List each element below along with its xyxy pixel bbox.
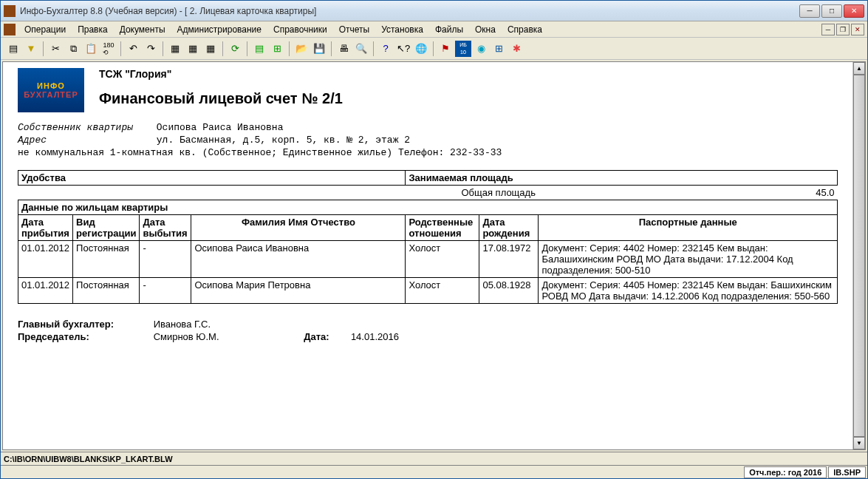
rotate-icon[interactable]: 180⟲ — [100, 41, 117, 57]
cell-regtype: Постоянная — [73, 241, 140, 278]
scroll-up-button[interactable]: ▲ — [853, 62, 865, 75]
save-icon[interactable]: 💾 — [311, 41, 327, 57]
signature-block: Главный бухгалтер: Иванова Г.С. Председа… — [18, 319, 838, 342]
open-icon[interactable]: 📂 — [293, 41, 310, 57]
menu-admin[interactable]: Администрирование — [171, 23, 267, 36]
cell-relation: Холост — [406, 278, 479, 304]
windows-icon[interactable]: ⊞ — [491, 41, 507, 57]
mdi-controls: ─ ❐ ✕ — [821, 24, 864, 35]
col-arrival: Дата прибытия — [18, 215, 73, 241]
preview-icon[interactable]: 🔍 — [353, 41, 369, 57]
new-icon[interactable]: ▤ — [5, 41, 21, 57]
maximize-button[interactable]: □ — [821, 4, 842, 18]
table-row: 01.01.2012 Постоянная - Осипова Раиса Ив… — [18, 241, 838, 278]
date-label: Дата: — [304, 331, 348, 342]
logo: ИНФО БУХГАЛТЕР — [18, 68, 84, 112]
menu-files[interactable]: Файлы — [429, 23, 469, 36]
menu-app-icon[interactable] — [4, 24, 16, 35]
mdi-minimize-button[interactable]: ─ — [821, 24, 835, 35]
cell-birth: 17.08.1972 — [479, 241, 539, 278]
accountant-label: Главный бухгалтер: — [18, 319, 151, 330]
ib10-icon[interactable]: ИБ10 — [455, 41, 471, 57]
apt-line: не коммунальная 1-комнатная кв. (Собстве… — [18, 147, 838, 158]
undo-icon[interactable]: ↶ — [125, 41, 141, 57]
refresh-icon[interactable]: ⟳ — [227, 41, 243, 57]
cell-fio: Осипова Мария Петровна — [191, 278, 406, 304]
scrollbar-thumb[interactable] — [853, 75, 865, 437]
app-icon — [4, 5, 16, 17]
redo-icon[interactable]: ↷ — [143, 41, 159, 57]
vertical-scrollbar[interactable]: ▲ ▼ — [852, 62, 865, 449]
scroll-down-button[interactable]: ▼ — [853, 437, 865, 449]
menu-windows[interactable]: Окна — [469, 23, 502, 36]
print-icon[interactable]: 🖶 — [335, 41, 352, 57]
minimize-button[interactable]: ─ — [799, 4, 820, 18]
flag-icon[interactable]: ⚑ — [437, 41, 454, 57]
cell-arrival: 01.01.2012 — [18, 241, 73, 278]
area-header: Занимаемая площадь — [406, 171, 838, 186]
cell-arrival: 01.01.2012 — [18, 278, 73, 304]
statusbar2: Отч.пер.: год 2016 IB.SHP — [1, 465, 867, 478]
close-button[interactable]: ✕ — [844, 4, 864, 18]
logo-line1: ИНФО — [37, 81, 65, 90]
table-icon[interactable]: ▤ — [251, 41, 267, 57]
date-value: 14.01.2016 — [351, 331, 399, 342]
app-window: Инфо-Бухгалтер 8.8 (Учебная версия) - [ … — [0, 0, 868, 479]
cell-fio: Осипова Раиса Ивановна — [191, 241, 406, 278]
cut-icon[interactable]: ✂ — [47, 41, 64, 57]
menubar: Операции Правка Документы Администрирова… — [1, 21, 867, 38]
globe-icon[interactable]: 🌐 — [413, 41, 429, 57]
total-area-value: 45.0 — [539, 186, 838, 200]
pointer-help-icon[interactable]: ↖? — [395, 41, 411, 57]
menu-setup[interactable]: Установка — [375, 23, 429, 36]
titlebar[interactable]: Инфо-Бухгалтер 8.8 (Учебная версия) - [ … — [1, 1, 867, 21]
paste-icon[interactable]: 📋 — [83, 41, 99, 57]
grid3-icon[interactable]: ▦ — [202, 41, 219, 57]
scrollbar-track[interactable] — [853, 75, 865, 437]
col-departure: Дата выбытия — [140, 215, 191, 241]
doc-title: Финансовый лицевой счет № 2/1 — [18, 90, 838, 107]
copy-icon[interactable]: ⧉ — [65, 41, 81, 57]
calc-icon[interactable]: ⊞ — [269, 41, 285, 57]
cell-regtype: Постоянная — [73, 278, 140, 304]
residents-header: Данные по жильцам квартиры — [18, 200, 838, 215]
db-icon[interactable]: ◉ — [473, 41, 489, 57]
col-birth: Дата рождения — [479, 215, 539, 241]
help-icon[interactable]: ? — [377, 41, 394, 57]
menu-reports[interactable]: Отчеты — [333, 23, 375, 36]
menu-documents[interactable]: Документы — [114, 23, 171, 36]
cell-departure: - — [140, 278, 191, 304]
status-path: C:\IB\ORN\UIBW8\BLANKS\KP_LKART.BLW — [1, 455, 867, 463]
chairman-value: Смирнов Ю.М. — [154, 331, 301, 342]
cell-departure: - — [140, 241, 191, 278]
window-title: Инфо-Бухгалтер 8.8 (Учебная версия) - [ … — [20, 6, 799, 16]
menu-operations[interactable]: Операции — [18, 23, 72, 36]
amenities-header: Удобства — [18, 171, 406, 186]
owner-value: Осипова Раиса Ивановна — [157, 122, 284, 133]
mdi-close-button[interactable]: ✕ — [851, 24, 864, 35]
cell-passport: Документ: Серия: 4405 Номер: 232145 Кем … — [539, 278, 838, 304]
menu-help[interactable]: Справка — [502, 23, 548, 36]
cell-passport: Документ: Серия: 4402 Номер: 232145 Кем … — [539, 241, 838, 278]
toolbar: ▤ ▼ ✂ ⧉ 📋 180⟲ ↶ ↷ ▦ ▦ ▦ ⟳ ▤ ⊞ 📂 💾 🖶 🔍 ?… — [1, 38, 867, 60]
total-area-label: Общая площадь — [406, 186, 539, 200]
accountant-value: Иванова Г.С. — [154, 319, 301, 330]
document-body: ИНФО БУХГАЛТЕР ТСЖ "Глория" Финансовый л… — [3, 62, 852, 449]
menu-edit[interactable]: Правка — [72, 23, 114, 36]
status-file: IB.SHP — [828, 466, 866, 478]
col-regtype: Вид регистрации — [73, 215, 140, 241]
grid2-icon[interactable]: ▦ — [185, 41, 201, 57]
logo-line2: БУХГАЛТЕР — [24, 90, 78, 99]
mdi-restore-button[interactable]: ❐ — [836, 24, 850, 35]
window-controls: ─ □ ✕ — [799, 4, 864, 18]
address-label: Адрес — [18, 135, 151, 146]
owner-label: Собственник квартиры — [18, 122, 151, 133]
col-fio: Фамилия Имя Отчество — [191, 215, 406, 241]
filter-icon[interactable]: ▼ — [23, 41, 39, 57]
org-name: ТСЖ "Глория" — [18, 68, 838, 80]
grid1-icon[interactable]: ▦ — [167, 41, 183, 57]
asterisk-icon[interactable]: ✱ — [508, 41, 524, 57]
menu-directories[interactable]: Справочники — [267, 23, 333, 36]
status-period: Отч.пер.: год 2016 — [744, 466, 827, 478]
cell-birth: 05.08.1928 — [479, 278, 539, 304]
